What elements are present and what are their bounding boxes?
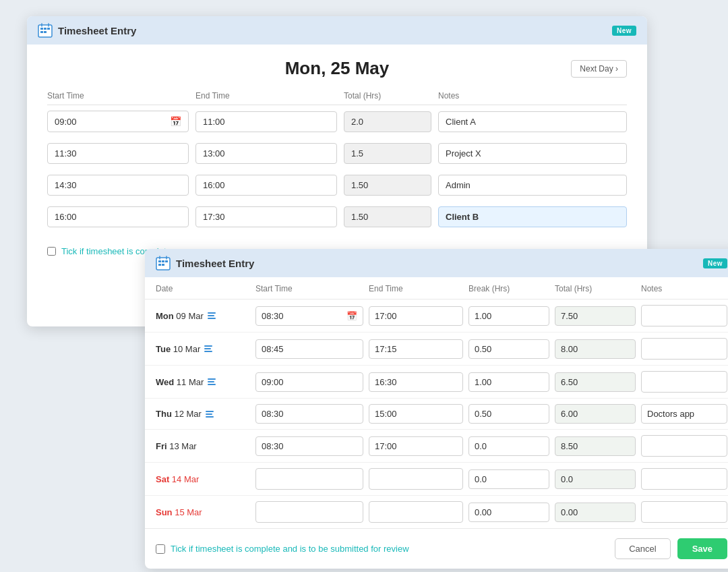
date-cell-fri: Fri 13 Mar: [156, 441, 250, 451]
table-row: 09:00 📅 11:00 2.0 Client A: [47, 105, 627, 138]
total-hrs-field: 2.0: [344, 111, 431, 132]
end-time-input[interactable]: 11:00: [195, 111, 337, 132]
t2-col-notes: Notes: [641, 284, 727, 293]
col-start-time: Start Time: [47, 91, 189, 101]
table-row: 11:30 13:00 1.5 Project X: [47, 138, 627, 169]
chart-icon-wed[interactable]: [208, 378, 216, 385]
break-input-thu[interactable]: 0.50: [468, 404, 549, 424]
break-input-tue[interactable]: 0.50: [468, 339, 549, 359]
cancel-button[interactable]: Cancel: [615, 538, 670, 559]
svg-rect-4: [40, 31, 43, 33]
start-time-input[interactable]: 14:30: [47, 175, 189, 196]
svg-rect-3: [47, 28, 50, 30]
date-cell-sun: Sun 15 Mar: [156, 507, 250, 517]
calendar-icon: [38, 23, 53, 38]
chart-icon-tue[interactable]: [204, 345, 212, 352]
start-time-input[interactable]: 16:00: [47, 206, 189, 227]
svg-rect-13: [162, 264, 164, 266]
t2-col-end: End Time: [369, 284, 463, 293]
notes-thu[interactable]: Doctors app: [641, 404, 727, 424]
svg-rect-11: [165, 260, 168, 262]
break-input-sat[interactable]: 0.0: [468, 469, 549, 489]
date-cell-wed: Wed 11 Mar: [156, 377, 250, 387]
total-fri: 8.50: [555, 436, 636, 456]
card1-body: Mon, 25 May Next Day › Start Time End Ti…: [27, 45, 647, 277]
notes-field[interactable]: Admin: [438, 175, 627, 196]
total-sun: 0.00: [555, 503, 636, 522]
card1-badge: New: [612, 26, 636, 36]
col-end-time: End Time: [195, 91, 337, 101]
end-input-fri[interactable]: 17:00: [369, 436, 463, 456]
notes-field[interactable]: Project X: [438, 143, 627, 164]
cal-icon: 📅: [170, 116, 181, 127]
calendar-icon-2: [156, 256, 171, 270]
start-input-sat[interactable]: [255, 468, 363, 490]
table-row: 14:30 16:00 1.50 Admin: [47, 169, 627, 201]
end-input-sat[interactable]: [369, 468, 463, 490]
notes-sat[interactable]: [641, 468, 727, 490]
col-notes: Notes: [438, 91, 627, 101]
end-input-thu[interactable]: 15:00: [369, 404, 463, 424]
total-wed: 6.50: [555, 372, 636, 392]
next-day-button[interactable]: Next Day ›: [571, 60, 627, 78]
complete-checkbox[interactable]: [47, 247, 56, 256]
end-input-mon[interactable]: 17:00: [369, 306, 463, 326]
svg-rect-10: [162, 260, 164, 262]
total-thu: 6.00: [555, 404, 636, 424]
break-input-mon[interactable]: 1.00: [468, 306, 549, 326]
save-button[interactable]: Save: [677, 538, 727, 559]
start-input-tue[interactable]: 08:45: [255, 339, 363, 359]
chart-icon-thu[interactable]: [206, 411, 214, 418]
card2-header: Timesheet Entry New: [145, 249, 728, 277]
svg-rect-1: [40, 28, 43, 30]
notes-wed[interactable]: [641, 371, 727, 393]
date-cell-tue: Tue 10 Mar: [156, 344, 250, 354]
end-time-input[interactable]: 16:00: [195, 175, 337, 196]
card1-header-left: Timesheet Entry: [38, 23, 136, 38]
notes-fri[interactable]: [641, 435, 727, 457]
date-cell-mon: Mon 09 Mar: [156, 311, 250, 321]
submit-checkbox-row: Tick if timesheet is complete and is to …: [156, 544, 409, 554]
submit-checkbox[interactable]: [156, 544, 165, 554]
notes-tue[interactable]: [641, 338, 727, 360]
end-input-wed[interactable]: 16:30: [369, 372, 463, 392]
start-time-input[interactable]: 09:00 📅: [47, 111, 189, 132]
break-input-sun[interactable]: 0.00: [468, 503, 549, 522]
total-hrs-field: 1.5: [344, 143, 431, 164]
end-input-sun[interactable]: [369, 501, 463, 523]
total-hrs-field: 1.50: [344, 206, 431, 227]
start-input-sun[interactable]: [255, 501, 363, 523]
notes-sun[interactable]: [641, 501, 727, 523]
table-row: Thu 12 Mar 08:30 15:00 0.50 6.00 Doctors…: [145, 399, 728, 430]
table-row: Mon 09 Mar 08:30 📅 17:00 1.00 7.50: [145, 299, 728, 333]
card1-title: Timesheet Entry: [58, 25, 136, 36]
svg-rect-2: [44, 28, 47, 30]
end-time-input[interactable]: 13:00: [195, 143, 337, 164]
total-sat: 0.0: [555, 469, 636, 489]
table-row: Fri 13 Mar 08:30 17:00 0.0 8.50: [145, 430, 728, 463]
card2-footer: Tick if timesheet is complete and is to …: [145, 528, 728, 569]
table-row: Wed 11 Mar 09:00 16:30 1.00 6.50: [145, 366, 728, 399]
start-input-mon[interactable]: 08:30 📅: [255, 306, 363, 326]
table-row: Sun 15 Mar 0.00 0.00: [145, 496, 728, 528]
submit-label: Tick if timesheet is complete and is to …: [171, 544, 409, 554]
svg-rect-9: [158, 260, 161, 262]
notes-field[interactable]: Client A: [438, 111, 627, 132]
break-input-fri[interactable]: 0.0: [468, 436, 549, 456]
card2-badge: New: [703, 258, 727, 268]
end-time-input[interactable]: 17:30: [195, 206, 337, 227]
start-input-fri[interactable]: 08:30: [255, 436, 363, 456]
svg-rect-12: [158, 264, 161, 266]
break-input-wed[interactable]: 1.00: [468, 372, 549, 392]
card1-header: Timesheet Entry New: [27, 16, 647, 45]
total-mon: 7.50: [555, 306, 636, 326]
chart-icon-mon[interactable]: [208, 312, 216, 319]
start-input-wed[interactable]: 09:00: [255, 372, 363, 392]
t2-col-break: Break (Hrs): [468, 284, 549, 293]
start-time-input[interactable]: 11:30: [47, 143, 189, 164]
notes-field-highlight[interactable]: Client B: [438, 206, 627, 227]
start-input-thu[interactable]: 08:30: [255, 404, 363, 424]
total-tue: 8.00: [555, 339, 636, 359]
end-input-tue[interactable]: 17:15: [369, 339, 463, 359]
notes-mon[interactable]: [641, 305, 727, 326]
